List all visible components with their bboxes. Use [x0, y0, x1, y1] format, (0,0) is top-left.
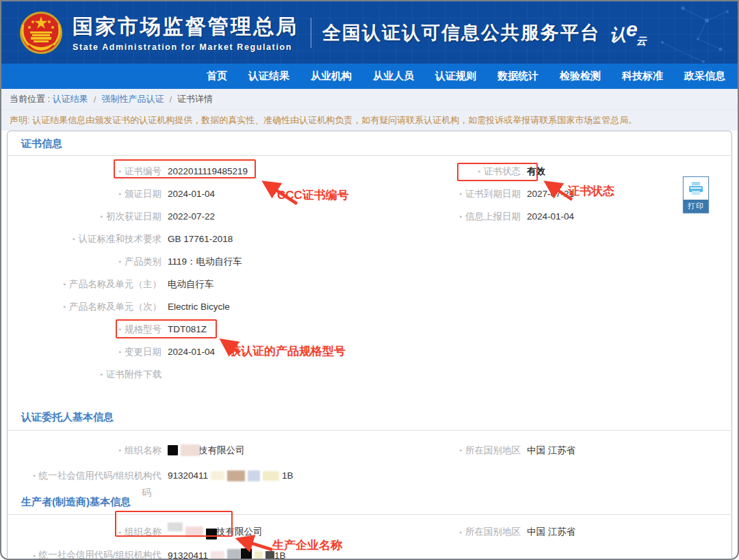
- bullet-icon: ▪: [100, 371, 103, 378]
- field-label: 产品类别: [125, 256, 161, 268]
- nav-item-statistics[interactable]: 数据统计: [497, 70, 539, 83]
- field-label: 证书状态: [484, 165, 521, 178]
- field-label-attachment[interactable]: 证书附件下载: [106, 369, 161, 381]
- code-prefix-text: 91320411: [168, 550, 208, 560]
- breadcrumb-separator: /: [169, 94, 172, 105]
- logo-char-1: 认: [610, 25, 626, 44]
- field-row-applicant-code: ▪统一社会信用代码/组织机构代 91320411 1B: [8, 463, 432, 488]
- agency-name-cn: 国家市场监督管理总局: [73, 13, 298, 41]
- field-row-issue-date: ▪颁证日期2024-01-04: [8, 183, 432, 205]
- redaction-block: [168, 445, 178, 455]
- field-row-applicant-region: ▪所在国别地区中国 江苏省: [432, 438, 731, 463]
- field-value-cert-number: 2022011119485219: [168, 166, 248, 176]
- field-label: 所在国别地区: [465, 444, 521, 457]
- redaction-block: [227, 549, 241, 559]
- field-value-status: 有效: [527, 165, 545, 178]
- field-row-product-category: ▪产品类别1119：电动自行车: [8, 250, 432, 273]
- bullet-icon: ▪: [118, 190, 121, 198]
- redaction-block: [255, 551, 263, 560]
- field-value-manufacturer-org: 技有限公司: [168, 526, 263, 538]
- agency-name-en: State Administration for Market Regulati…: [73, 42, 298, 52]
- redaction-block: [263, 471, 279, 481]
- redaction-block: [241, 548, 252, 559]
- redaction-block: [248, 470, 260, 481]
- bullet-icon: ▪: [118, 325, 121, 333]
- print-button[interactable]: 打印: [683, 176, 709, 213]
- renyun-brand-logo: 认e云: [610, 22, 648, 46]
- field-row-cert-number: ▪证书编号2022011119485219: [8, 160, 432, 183]
- field-row-product-name-secondary: ▪产品名称及单元（次）Electric Bicycle: [8, 295, 432, 318]
- field-value-applicant-code: 91320411 1B: [168, 470, 294, 481]
- field-value-model: TDT081Z: [168, 324, 207, 334]
- nav-item-tech-standards[interactable]: 科技标准: [622, 70, 663, 83]
- redaction-block: [181, 444, 200, 456]
- bullet-icon: ▪: [478, 168, 480, 175]
- nav-item-cert-rules[interactable]: 认证规则: [435, 70, 476, 83]
- breadcrumb-link-ccc[interactable]: 强制性产品认证: [101, 93, 164, 105]
- field-label: 证书编号: [125, 165, 161, 178]
- field-row-applicant-org: ▪组织名称 技有限公司: [8, 438, 432, 463]
- disclaimer-notice: 声明: 认证结果信息由颁发证书的认证机构提供，数据的真实性、准确性由认证机构负责…: [1, 110, 738, 131]
- bullet-icon: ▪: [118, 348, 121, 356]
- bullet-icon: ▪: [63, 280, 66, 288]
- field-label: 证书到期日期: [465, 188, 521, 200]
- bullet-icon: ▪: [118, 168, 121, 175]
- field-label: 认证标准和技术要求: [79, 233, 162, 245]
- print-button-label: 打印: [684, 200, 708, 213]
- field-row-attachment-download: ▪证书附件下载: [8, 363, 432, 386]
- field-row-standard: ▪认证标准和技术要求GB 17761-2018: [8, 228, 432, 250]
- section-title-applicant: 认证委托人基本信息: [8, 405, 731, 430]
- code-suffix-text: 1B: [274, 550, 286, 560]
- field-value: 2024-01-04: [168, 189, 215, 199]
- platform-title: 全国认证认可信息公共服务平台: [322, 21, 600, 45]
- bullet-icon: ▪: [63, 303, 66, 310]
- field-label: 统一社会信用代码/组织机构代: [39, 549, 161, 560]
- bullet-icon: ▪: [118, 529, 121, 536]
- field-row-manufacturer-code: ▪统一社会信用代码/组织机构代 91320411 1B: [8, 544, 432, 560]
- code-suffix-text: 1B: [282, 470, 294, 481]
- field-label: 产品名称及单元（主）: [69, 278, 161, 291]
- breadcrumb-link-cert-results[interactable]: 认证结果: [53, 93, 88, 105]
- bullet-icon: ▪: [459, 529, 462, 536]
- printer-icon: [684, 177, 708, 200]
- field-row-product-name-main: ▪产品名称及单元（主）电动自行车: [8, 273, 432, 295]
- redaction-block: [211, 471, 224, 480]
- section-title-manufacturer: 生产者(制造商)基本信息: [8, 490, 731, 514]
- redaction-block: [168, 522, 183, 531]
- breadcrumb-current: 证书详情: [177, 93, 213, 105]
- field-label: 统一社会信用代码/组织机构代: [39, 470, 161, 482]
- nav-item-cert-results[interactable]: 认证结果: [248, 70, 289, 83]
- nav-item-institutions[interactable]: 从业机构: [311, 70, 352, 83]
- field-label: 组织名称: [125, 526, 161, 538]
- nav-item-inspection[interactable]: 检验检测: [560, 70, 601, 83]
- bullet-icon: ▪: [33, 552, 36, 559]
- nav-item-practitioners[interactable]: 从业人员: [373, 70, 414, 83]
- applicant-fields: ▪组织名称 技有限公司 ▪统一社会信用代码/组织机构代 91320411: [8, 431, 731, 488]
- field-label: 规格型号: [125, 323, 161, 336]
- org-name-visible-text: 技有限公司: [198, 444, 245, 457]
- bullet-icon: ▪: [33, 472, 36, 479]
- field-value: 2022-07-22: [168, 211, 215, 222]
- redaction-block: [265, 551, 274, 560]
- nav-item-home[interactable]: 首页: [207, 70, 227, 83]
- nav-item-procurement[interactable]: 政采信息: [684, 70, 725, 83]
- field-row-manufacturer-org: ▪组织名称 技有限公司: [8, 520, 432, 544]
- code-prefix-text: 91320411: [168, 470, 208, 481]
- certificate-fields: ▪证书编号2022011119485219 ▪颁证日期2024-01-04 ▪初…: [8, 156, 731, 386]
- section-title-certificate: 证书信息: [8, 131, 731, 155]
- bullet-icon: ▪: [73, 235, 75, 243]
- field-value: 2024-01-04: [168, 347, 215, 357]
- bullet-icon: ▪: [459, 190, 462, 198]
- breadcrumb: 当前位置 : 认证结果 / 强制性产品认证 / 证书详情: [1, 89, 738, 110]
- field-label: 变更日期: [125, 346, 161, 358]
- field-label: 颁证日期: [125, 188, 161, 200]
- certificate-detail-page: 国家市场监督管理总局 State Administration for Mark…: [0, 0, 739, 560]
- field-value-applicant-org: 技有限公司: [168, 444, 245, 457]
- bullet-icon: ▪: [100, 213, 103, 220]
- logo-char-3: 云: [636, 35, 647, 46]
- manufacturer-fields: ▪组织名称 技有限公司 ▪统一社会信用代码/组织机构代 91320411: [8, 515, 731, 560]
- org-name-visible-text: 技有限公司: [216, 526, 263, 538]
- bullet-icon: ▪: [118, 446, 121, 454]
- field-value: 电动自行车: [168, 278, 214, 291]
- field-row-manufacturer-region: ▪所在国别地区中国 江苏省: [432, 520, 731, 544]
